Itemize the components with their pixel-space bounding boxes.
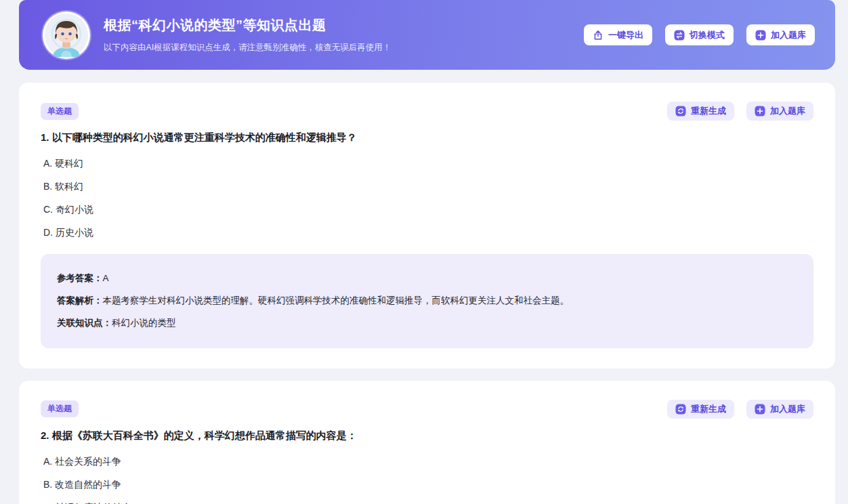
banner-text: 根据“科幻小说的类型”等知识点出题 以下内容由AI根据课程知识点生成，请注意甄别… (104, 16, 391, 54)
question-1-options: A. 硬科幻 B. 软科幻 C. 奇幻小说 D. 历史小说 (41, 156, 813, 239)
question-2-actions: 重新生成 加入题库 (667, 400, 813, 419)
option-d: D. 历史小说 (41, 226, 813, 239)
ai-assistant-avatar (43, 12, 90, 59)
add-to-bank-q1-label: 加入题库 (770, 105, 805, 117)
option-a: A. 社会关系的斗争 (41, 455, 813, 468)
reference-answer-label: 参考答案： (57, 273, 103, 283)
refresh-icon (675, 106, 686, 117)
add-to-bank-button-q1[interactable]: 加入题库 (746, 102, 813, 121)
add-to-bank-button-q2[interactable]: 加入题库 (746, 400, 813, 419)
question-1-answer-box: 参考答案：A 答案解析：本题考察学生对科幻小说类型的理解。硬科幻强调科学技术的准… (41, 254, 813, 348)
header-banner: 根据“科幻小说的类型”等知识点出题 以下内容由AI根据课程知识点生成，请注意甄别… (19, 0, 835, 70)
add-to-bank-header-label: 加入题库 (771, 29, 806, 41)
export-button-label: 一键导出 (608, 29, 643, 41)
question-type-badge: 单选题 (41, 400, 79, 417)
answer-analysis-text: 本题考察学生对科幻小说类型的理解。硬科幻强调科学技术的准确性和逻辑推导，而软科幻… (103, 295, 570, 306)
page: 根据“科幻小说的类型”等知识点出题 以下内容由AI根据课程知识点生成，请注意甄别… (0, 0, 848, 504)
question-2-title: 2. 根据《苏联大百科全书》的定义，科学幻想作品通常描写的内容是： (41, 429, 813, 442)
question-card-2: 单选题 重新生成 加入题库 (19, 381, 835, 504)
question-2-options: A. 社会关系的斗争 B. 改造自然的斗争 C. 神话与魔法的结合 D. 纯粹的… (41, 455, 813, 504)
switch-mode-button-label: 切换模式 (690, 29, 725, 41)
switch-mode-icon (674, 30, 685, 41)
regenerate-button[interactable]: 重新生成 (667, 102, 734, 121)
plus-icon (755, 30, 766, 41)
regenerate-button[interactable]: 重新生成 (667, 400, 734, 419)
plus-icon (755, 404, 765, 415)
question-1-title: 1. 以下哪种类型的科幻小说通常更注重科学技术的准确性和逻辑推导？ (41, 131, 813, 144)
knowledge-point-row: 关联知识点：科幻小说的类型 (57, 316, 797, 331)
switch-mode-button[interactable]: 切换模式 (665, 24, 734, 45)
plus-icon (755, 106, 765, 117)
avatar-girl-icon (45, 14, 88, 57)
reference-answer-row: 参考答案：A (57, 272, 797, 286)
regenerate-button-label: 重新生成 (691, 105, 726, 117)
refresh-icon (675, 404, 686, 415)
question-type-badge: 单选题 (41, 103, 79, 120)
regenerate-button-label: 重新生成 (691, 403, 726, 415)
question-card-1: 单选题 重新生成 加入题库 (19, 83, 835, 369)
page-subtitle: 以下内容由AI根据课程知识点生成，请注意甄别准确性，核查无误后再使用！ (104, 42, 391, 54)
answer-analysis-label: 答案解析： (57, 295, 103, 306)
share-export-icon (593, 30, 603, 41)
option-c: C. 奇幻小说 (41, 203, 813, 216)
question-2-header: 单选题 重新生成 加入题库 (41, 400, 813, 419)
page-title: 根据“科幻小说的类型”等知识点出题 (104, 16, 391, 35)
export-button[interactable]: 一键导出 (584, 24, 652, 45)
reference-answer-value: A (103, 273, 109, 283)
knowledge-point-text: 科幻小说的类型 (112, 318, 176, 328)
answer-analysis-row: 答案解析：本题考察学生对科幻小说类型的理解。硬科幻强调科学技术的准确性和逻辑推导… (57, 294, 797, 308)
option-b: B. 改造自然的斗争 (41, 478, 813, 491)
option-a: A. 硬科幻 (41, 156, 813, 170)
option-c: C. 神话与魔法的结合 (41, 501, 813, 504)
header-actions: 一键导出 切换模式 加入题库 (584, 24, 815, 45)
option-b: B. 软科幻 (41, 180, 813, 193)
question-1-actions: 重新生成 加入题库 (667, 102, 813, 121)
question-1-header: 单选题 重新生成 加入题库 (41, 102, 813, 121)
add-to-bank-q2-label: 加入题库 (770, 403, 805, 415)
knowledge-point-label: 关联知识点： (57, 318, 112, 328)
add-to-bank-button-header[interactable]: 加入题库 (746, 24, 815, 45)
